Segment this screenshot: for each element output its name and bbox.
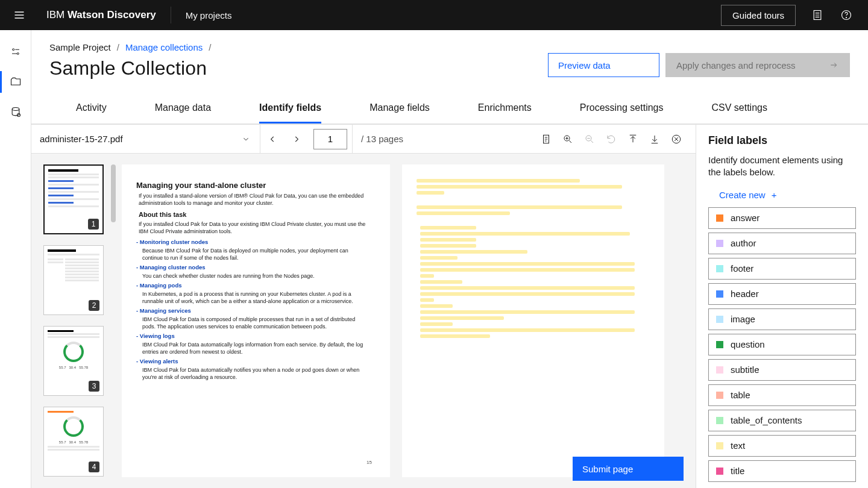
page-nav	[260, 125, 353, 154]
tab-identify-fields[interactable]: Identify fields	[259, 94, 321, 124]
download-icon[interactable]	[647, 132, 662, 146]
submit-bar: Submit page	[573, 457, 684, 481]
plus-icon: +	[772, 190, 777, 200]
label-swatch	[716, 392, 723, 399]
page-total: / 13 pages	[353, 134, 412, 144]
field-labels-panel: Field labels Identify document elements …	[696, 125, 868, 488]
canvas-row: 1 2 55.7 30.4 55.78 3	[31, 154, 696, 488]
breadcrumb-manage-collections[interactable]: Manage collections	[125, 42, 203, 52]
thumbnail-2[interactable]: 2	[43, 245, 104, 315]
label-question[interactable]: question	[708, 334, 856, 355]
thumbnail-strip: 1 2 55.7 30.4 55.78 3	[31, 154, 117, 488]
chevron-down-icon	[242, 135, 250, 143]
nav-my-projects[interactable]: My projects	[186, 10, 232, 20]
nav-divider	[171, 7, 171, 23]
label-image[interactable]: image	[708, 308, 856, 330]
label-text[interactable]: text	[708, 435, 856, 457]
tab-csv-settings[interactable]: CSV settings	[711, 94, 767, 124]
tab-enrichments[interactable]: Enrichments	[478, 94, 532, 124]
label-swatch	[716, 214, 723, 222]
next-page-button[interactable]	[285, 125, 309, 154]
label-title[interactable]: title	[708, 460, 856, 482]
doc-text: IBM Cloud Pak for Data is composed of mu…	[142, 316, 370, 330]
doc-text: In Kubernetes, a pod is a process that i…	[142, 290, 370, 305]
page-left[interactable]: Managing your stand-alone cluster If you…	[122, 164, 390, 477]
label-subtitle[interactable]: subtitle	[708, 359, 856, 381]
prev-page-button[interactable]	[260, 125, 285, 154]
rail-collections-icon[interactable]	[0, 69, 31, 95]
apply-changes-button: Apply changes and reprocess	[665, 53, 850, 77]
label-swatch	[716, 240, 723, 247]
page-title: Sample Collection	[49, 57, 211, 80]
breadcrumb-sep: /	[117, 42, 119, 52]
doc-link: - Managing cluster nodes	[136, 264, 370, 272]
scratchpad-icon[interactable]	[803, 0, 832, 30]
label-text: title	[731, 466, 744, 476]
thumbnail-1[interactable]: 1	[43, 164, 104, 234]
create-new-label[interactable]: Create new +	[708, 190, 856, 200]
rail-data-icon[interactable]	[0, 99, 31, 125]
doc-text: IBM Cloud Pak for Data automatically not…	[142, 366, 370, 381]
doc-text: IBM Cloud Pak for Data automatically log…	[142, 341, 370, 355]
thumbnail-3[interactable]: 55.7 30.4 55.78 3	[43, 326, 104, 396]
upload-icon[interactable]	[626, 132, 640, 146]
zoom-out-icon	[582, 132, 597, 146]
label-text: answer	[731, 213, 760, 223]
label-text: author	[731, 238, 756, 248]
doc-toolbar: administer-15-27.pdf / 13 pages	[31, 125, 696, 154]
label-swatch	[716, 442, 723, 449]
menu-toggle-button[interactable]	[7, 3, 31, 27]
doc-link: - Managing services	[136, 307, 370, 315]
label-header[interactable]: header	[708, 283, 856, 305]
svg-point-5	[12, 108, 19, 111]
label-answer[interactable]: answer	[708, 207, 856, 229]
label-text: question	[731, 339, 765, 349]
help-icon[interactable]	[832, 0, 861, 30]
preview-data-button[interactable]: Preview data	[548, 53, 659, 77]
label-table[interactable]: table	[708, 384, 856, 406]
tabs: Activity Manage data Identify fields Man…	[31, 94, 868, 124]
label-author[interactable]: author	[708, 233, 856, 254]
label-footer[interactable]: footer	[708, 258, 856, 280]
work-area: administer-15-27.pdf / 13 pages	[31, 124, 868, 488]
doc-link: - Viewing alerts	[136, 358, 370, 366]
brand-prefix: IBM	[46, 9, 68, 20]
zoom-in-icon[interactable]	[561, 132, 575, 146]
doc-text: If you installed a stand-alone version o…	[139, 192, 370, 207]
clear-icon[interactable]	[669, 132, 684, 146]
single-page-icon[interactable]	[539, 132, 553, 146]
thumb-page-number: 1	[88, 219, 99, 230]
doc-text: Because IBM Cloud Pak for Data is deploy…	[142, 247, 370, 261]
tab-manage-data[interactable]: Manage data	[155, 94, 211, 124]
brand-bold: Watson Discovery	[68, 9, 156, 20]
page-right[interactable]	[402, 164, 664, 477]
label-swatch	[716, 468, 723, 475]
label-swatch	[716, 290, 723, 298]
thumbnail-4[interactable]: 55.7 30.4 55.78 4	[43, 407, 104, 477]
topbar: IBM Watson Discovery My projects Guided …	[0, 0, 868, 30]
doc-link: - Viewing logs	[136, 333, 370, 340]
label-table_of_contents[interactable]: table_of_contents	[708, 410, 856, 431]
guided-tours-button[interactable]: Guided tours	[721, 5, 796, 26]
arrow-right-icon	[828, 61, 839, 69]
submit-page-button[interactable]: Submit page	[573, 457, 684, 481]
doc-link: - Monitoring cluster nodes	[136, 239, 370, 246]
rail-settings-icon[interactable]	[0, 39, 31, 65]
tab-activity[interactable]: Activity	[76, 94, 107, 124]
file-picker-label: administer-15-27.pdf	[40, 134, 123, 144]
doc-subheading: About this task	[139, 210, 370, 219]
thumb-page-number: 4	[89, 461, 99, 472]
page-input[interactable]	[313, 129, 347, 149]
doc-heading: Managing your stand-alone cluster	[136, 180, 370, 191]
breadcrumb-project[interactable]: Sample Project	[49, 42, 111, 52]
label-swatch	[716, 417, 723, 424]
thumb-scrollbar[interactable]	[111, 164, 116, 222]
header-region: Sample Project / Manage collections / Sa…	[31, 30, 868, 80]
file-picker[interactable]: administer-15-27.pdf	[31, 125, 260, 154]
tab-manage-fields[interactable]: Manage fields	[370, 94, 430, 124]
svg-point-4	[17, 53, 19, 55]
doc-link: - Managing pods	[136, 282, 370, 290]
label-text: image	[731, 314, 755, 324]
label-swatch	[716, 265, 723, 272]
tab-processing-settings[interactable]: Processing settings	[580, 94, 664, 124]
